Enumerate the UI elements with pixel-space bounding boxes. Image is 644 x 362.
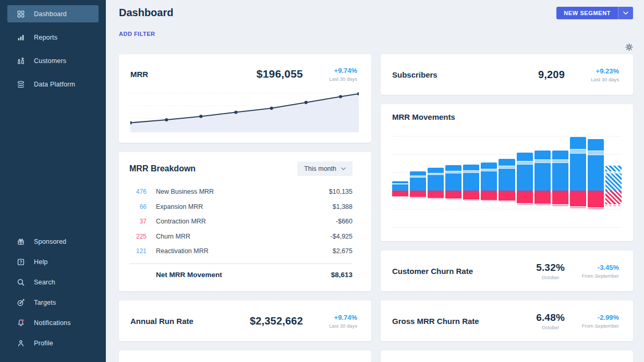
- card-title: Annual Run Rate: [130, 317, 250, 326]
- breakdown-row: 37 Contraction MRR -$660: [129, 214, 353, 229]
- data-point[interactable]: [270, 107, 273, 110]
- mrr-movements-bar[interactable]: [517, 129, 533, 230]
- partial-card-right: [381, 351, 633, 362]
- dashboard-tools-row: [119, 43, 633, 51]
- sidebar-item-label: Notifications: [34, 319, 71, 327]
- sidebar-item-search[interactable]: Search: [7, 273, 99, 291]
- mrr-movements-bar[interactable]: [463, 129, 479, 230]
- chevron-down-icon: [341, 167, 346, 170]
- mrr-movements-bar-forecast[interactable]: [605, 129, 622, 230]
- mrr-movements-bar[interactable]: [481, 129, 497, 230]
- segment-expansion: [481, 163, 497, 169]
- sidebar-item-label: Targets: [34, 299, 56, 306]
- segment-contraction: [392, 196, 408, 197]
- data-point[interactable]: [305, 101, 308, 104]
- mrr-movements-bar[interactable]: [428, 129, 444, 230]
- total-label: Net MRR Movement: [156, 271, 222, 279]
- sidebar-item-label: Search: [34, 279, 55, 286]
- person-icon: [17, 339, 25, 347]
- row-value: $2,675: [333, 247, 353, 255]
- segment-expansion: [499, 159, 515, 166]
- total-value: $8,613: [331, 271, 353, 279]
- bars-container: [392, 129, 622, 230]
- segment-churn: [499, 191, 515, 201]
- new-segment-label[interactable]: NEW SEGMENT: [556, 7, 618, 19]
- sidebar-item-targets[interactable]: Targets: [7, 294, 99, 311]
- segment-new_business: [410, 177, 426, 191]
- mrr-movements-bar[interactable]: [588, 129, 604, 230]
- period-select[interactable]: This month: [297, 161, 353, 176]
- row-count: 225: [129, 233, 147, 240]
- customer-churn-delta: -3.45%: [569, 264, 619, 271]
- segment-churn: [463, 191, 479, 199]
- sidebar-top-group: Dashboard Reports Customers: [0, 0, 106, 99]
- segment-expansion: [534, 151, 551, 159]
- mrr-trend-chart[interactable]: [130, 91, 359, 134]
- row-count: 476: [129, 188, 147, 195]
- row-value: $10,135: [329, 188, 353, 195]
- mrr-movements-bar[interactable]: [392, 129, 408, 230]
- page-header: Dashboard NEW SEGMENT: [119, 0, 633, 19]
- period-select-value: This month: [304, 165, 336, 172]
- dashboard-grid: MRR $196,055 +9.74% Last 30 days MRR Bre…: [119, 54, 633, 362]
- sidebar-item-notifications[interactable]: Notifications: [7, 314, 99, 331]
- search-icon: [17, 278, 25, 286]
- row-label: New Business MRR: [156, 188, 214, 195]
- mrr-movements-bar[interactable]: [534, 129, 551, 230]
- sidebar-item-reports[interactable]: Reports: [7, 29, 99, 46]
- new-segment-dropdown[interactable]: [618, 7, 633, 19]
- customer-churn-delta-caption: From September: [569, 273, 619, 279]
- page-title: Dashboard: [119, 7, 173, 19]
- subscribers-value: 9,209: [538, 69, 565, 81]
- segment-churn: [445, 191, 461, 198]
- segment-new_business: [605, 173, 622, 191]
- segment-new_business: [534, 163, 551, 191]
- left-column: MRR $196,055 +9.74% Last 30 days MRR Bre…: [119, 54, 371, 362]
- card-title: MRR Movements: [392, 113, 622, 121]
- mrr-breakdown-card: MRR Breakdown This month 476 New Busines…: [119, 152, 371, 291]
- new-segment-button[interactable]: NEW SEGMENT: [556, 7, 633, 19]
- row-value: $1,388: [333, 203, 353, 210]
- mrr-value: $196,055: [257, 68, 303, 80]
- sidebar-item-label: Customers: [34, 57, 66, 65]
- data-point[interactable]: [234, 111, 237, 114]
- mrr-movements-bar[interactable]: [499, 129, 515, 230]
- segment-expansion: [410, 171, 426, 176]
- sidebar-item-profile[interactable]: Profile: [7, 334, 99, 352]
- card-title: Gross MRR Churn Rate: [392, 317, 536, 326]
- arr-delta-caption: Last 30 days: [307, 323, 357, 329]
- sidebar-item-help[interactable]: ? Help: [7, 253, 99, 270]
- segment-new_business: [481, 171, 497, 191]
- segment-expansion: [552, 151, 568, 159]
- sidebar-item-label: Dashboard: [34, 10, 67, 18]
- add-filter-button[interactable]: ADD FILTER: [119, 31, 155, 37]
- sidebar-item-customers[interactable]: Customers: [7, 52, 99, 69]
- gear-icon[interactable]: [625, 43, 633, 51]
- segment-new_business: [499, 168, 515, 191]
- sidebar-item-sponsored[interactable]: Sponsored: [7, 233, 99, 250]
- mrr-movements-bar[interactable]: [410, 129, 426, 230]
- data-point[interactable]: [199, 115, 202, 118]
- gross-churn-period: October: [536, 324, 565, 330]
- mrr-movements-bar[interactable]: [570, 129, 586, 230]
- mrr-movements-bar[interactable]: [445, 129, 461, 230]
- gross-churn-delta-caption: From September: [569, 323, 619, 329]
- data-point[interactable]: [165, 118, 168, 121]
- segment-churn: [588, 191, 604, 207]
- mrr-movements-bar[interactable]: [552, 129, 568, 230]
- arr-value: $2,352,662: [250, 315, 303, 327]
- card-title: Subscribers: [392, 70, 538, 79]
- partial-card-left: [119, 351, 371, 362]
- sidebar-item-dashboard[interactable]: Dashboard: [7, 5, 99, 22]
- mrr-movements-chart[interactable]: [392, 129, 622, 230]
- data-point[interactable]: [339, 95, 342, 98]
- chevron-down-icon: [623, 11, 628, 15]
- sidebar-item-data-platform[interactable]: Data Platform: [7, 76, 99, 93]
- segment-contraction: [534, 204, 551, 205]
- customer-churn-card: Customer Churn Rate 5.32% October -3.45%…: [381, 251, 633, 291]
- subscribers-delta: +9.23%: [569, 67, 619, 75]
- segment-new_business: [428, 174, 444, 191]
- segment-contraction: [517, 203, 533, 205]
- segment-churn: [552, 191, 568, 204]
- segment-churn: [410, 191, 426, 197]
